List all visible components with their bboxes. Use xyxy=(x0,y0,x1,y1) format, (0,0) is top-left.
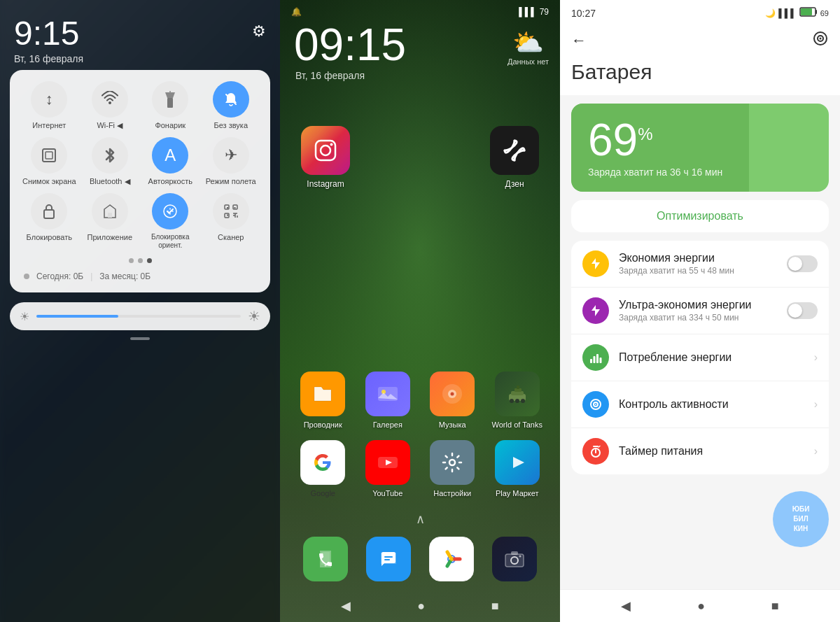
tile-silent-label: Без звука xyxy=(214,121,248,130)
battery-toolbar: ← xyxy=(560,23,840,57)
settings-label: Настройки xyxy=(433,489,471,497)
files-label: Проводник xyxy=(304,420,342,429)
tile-airplane[interactable]: ✈ Режим полета xyxy=(203,137,260,186)
svg-rect-53 xyxy=(590,359,592,363)
svg-rect-13 xyxy=(227,215,228,216)
batt-nav-home[interactable]: ● xyxy=(697,599,705,614)
nav-home[interactable]: ● xyxy=(417,599,425,614)
app-tanks[interactable]: World of Tanks xyxy=(489,372,547,429)
brightness-bar[interactable] xyxy=(36,315,241,318)
tile-wifi-label: Wi-Fi ◀ xyxy=(97,121,122,130)
home-top-apps: Instagram Дзен xyxy=(280,84,560,189)
watermark: ЮБИ БИЛ КИН xyxy=(773,491,829,547)
dock-chrome[interactable] xyxy=(429,537,474,581)
nav-recents[interactable]: ■ xyxy=(491,599,499,614)
svg-rect-5 xyxy=(46,152,52,159)
silent-icon xyxy=(213,81,249,118)
app-files[interactable]: Проводник xyxy=(294,372,352,429)
consumption-chevron: › xyxy=(814,351,818,364)
orientation-icon xyxy=(152,193,188,229)
tile-auto-brightness[interactable]: A Автояркость xyxy=(142,137,199,186)
nav-back[interactable]: ◀ xyxy=(341,598,351,614)
optimize-button[interactable]: Оптимизировать xyxy=(571,200,829,232)
watermark-line1: ЮБИ xyxy=(792,504,810,514)
swipe-up-indicator: ∧ xyxy=(280,509,560,530)
dock-messages[interactable] xyxy=(366,537,411,581)
wifi-icon xyxy=(92,81,128,118)
app-youtube[interactable]: YouTube xyxy=(359,440,417,497)
svg-rect-29 xyxy=(517,386,519,389)
tile-flashlight[interactable]: Фонарик xyxy=(142,81,199,130)
gallery-icon xyxy=(365,372,410,416)
brightness-slider[interactable]: ☀ ☀ xyxy=(10,302,270,330)
tile-lock[interactable]: Блокировать xyxy=(21,193,78,250)
app-instagram[interactable]: Instagram xyxy=(301,126,350,189)
app-icon xyxy=(92,193,128,229)
ultra-saving-toggle[interactable] xyxy=(787,302,818,319)
app-settings[interactable]: Настройки xyxy=(424,440,482,497)
tile-airplane-label: Режим полета xyxy=(206,177,256,186)
back-button[interactable]: ← xyxy=(571,31,587,50)
svg-point-59 xyxy=(595,404,596,405)
settings-icon[interactable]: ⚙ xyxy=(252,22,266,41)
dzen-icon xyxy=(490,126,539,175)
svg-rect-12 xyxy=(234,207,235,208)
app-play[interactable]: Play Маркет xyxy=(489,440,547,497)
dzen-label: Дзен xyxy=(505,179,524,189)
consumption-item[interactable]: Потребление энергии › xyxy=(571,334,829,381)
energy-saving-toggle[interactable] xyxy=(787,255,818,272)
notification-icon: 🔔 xyxy=(291,7,302,17)
activity-icon xyxy=(582,391,609,418)
timer-item[interactable]: Таймер питания › xyxy=(571,428,829,474)
moon-icon: 🌙 xyxy=(765,8,776,18)
tile-orientation[interactable]: Блокировка ориент. xyxy=(142,193,199,250)
settings-target-icon[interactable] xyxy=(812,30,829,50)
svg-rect-6 xyxy=(44,210,54,218)
app-gallery[interactable]: Галерея xyxy=(359,372,417,429)
app-google[interactable]: Google xyxy=(294,440,352,497)
brightness-fill xyxy=(36,315,118,318)
dot-2 xyxy=(138,258,143,263)
tile-silent[interactable]: Без звука xyxy=(203,81,260,130)
weather-text: Данных нет xyxy=(507,57,549,66)
tile-app[interactable]: Приложение xyxy=(82,193,139,250)
dot-1 xyxy=(129,258,134,263)
quick-tiles-card: ↕ Интернет Wi-Fi ◀ Фонарик xyxy=(10,70,270,292)
internet-icon: ↕ xyxy=(31,81,67,118)
music-icon xyxy=(430,372,475,416)
quick-tiles-grid: ↕ Интернет Wi-Fi ◀ Фонарик xyxy=(21,81,259,250)
scanner-icon xyxy=(213,193,249,229)
timer-title: Таймер питания xyxy=(619,445,814,458)
energy-saving-item[interactable]: Экономия энергии Заряда хватит на 55 ч 4… xyxy=(571,241,829,288)
batt-signal-icon: ▌▌▌ xyxy=(778,8,797,18)
home-status-bar: 🔔 ▌▌▌ 79 xyxy=(280,0,560,17)
batt-nav-recents[interactable]: ■ xyxy=(771,599,779,614)
dot-3 xyxy=(147,258,152,263)
activity-item[interactable]: Контроль активности › xyxy=(571,381,829,428)
battery-time-remaining: Заряда хватит на 36 ч 16 мин xyxy=(588,167,812,178)
tile-bluetooth[interactable]: Bluetooth ◀ xyxy=(82,137,139,186)
battery-icon: 79 xyxy=(540,7,549,17)
youtube-label: YouTube xyxy=(372,489,402,497)
dock-phone[interactable] xyxy=(303,537,348,581)
play-icon xyxy=(495,440,540,485)
ultra-saving-item[interactable]: Ультра-экономия энергии Заряда хватит на… xyxy=(571,288,829,334)
svg-rect-55 xyxy=(596,354,598,363)
tile-internet[interactable]: ↕ Интернет xyxy=(21,81,78,130)
home-navbar: ◀ ● ■ xyxy=(280,593,560,622)
google-label: Google xyxy=(311,489,335,497)
batt-nav-back[interactable]: ◀ xyxy=(621,598,631,614)
tile-scanner[interactable]: Сканер xyxy=(203,193,260,250)
tile-screenshot[interactable]: Снимок экрана xyxy=(21,137,78,186)
app-dzen[interactable]: Дзен xyxy=(490,126,539,189)
energy-saving-title: Экономия энергии xyxy=(619,252,787,264)
brightness-min-icon: ☀ xyxy=(20,310,29,323)
app-music[interactable]: Музыка xyxy=(424,372,482,429)
dock-camera[interactable] xyxy=(492,537,537,581)
tile-wifi[interactable]: Wi-Fi ◀ xyxy=(82,81,139,130)
svg-rect-7 xyxy=(108,213,112,218)
swipe-up-icon: ∧ xyxy=(416,511,425,527)
flashlight-icon xyxy=(152,81,188,118)
svg-point-0 xyxy=(108,101,111,104)
battery-title: Батарея xyxy=(560,57,840,95)
